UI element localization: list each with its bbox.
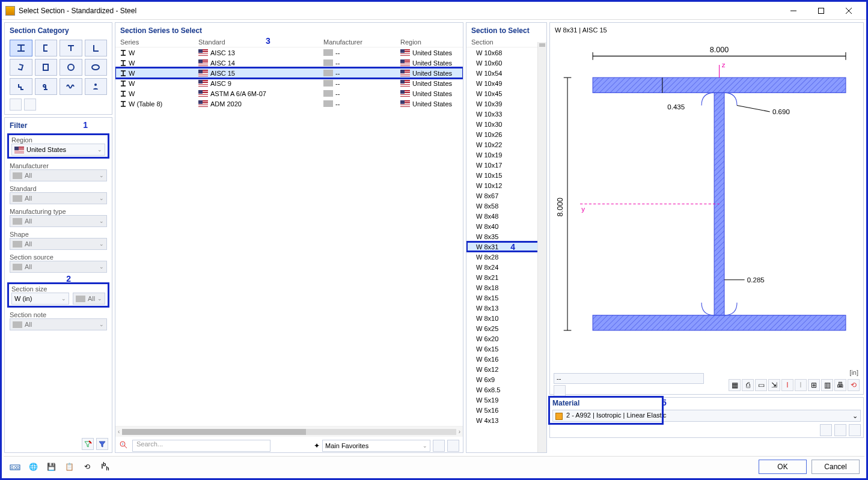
preview-tool-extra[interactable]: [554, 385, 566, 397]
section-item[interactable]: W 8x10: [466, 313, 546, 323]
series-row[interactable]: W ASTM A 6/A 6M-07 -- United States: [115, 88, 463, 99]
section-item[interactable]: W 8x48: [466, 211, 546, 221]
cat-i-shape[interactable]: [10, 40, 32, 56]
series-col-standard[interactable]: Standard: [198, 38, 323, 46]
series-row[interactable]: W AISC 9 -- United States: [115, 78, 463, 88]
section-item[interactable]: W 8x58: [466, 201, 546, 211]
pv-stress-icon[interactable]: ▭: [755, 379, 767, 391]
material-select[interactable]: 2 - A992 | Isotropic | Linear Elastic⌄: [552, 410, 861, 422]
section-item[interactable]: W 6x25: [466, 323, 546, 333]
sb-clipboard-icon[interactable]: 📋: [63, 460, 76, 473]
ok-button[interactable]: OK: [759, 460, 807, 474]
section-item[interactable]: W 5x16: [466, 405, 546, 415]
series-row[interactable]: W AISC 14 -- United States: [115, 58, 463, 68]
series-row[interactable]: W AISC 13 -- United States: [115, 47, 463, 58]
cat-extra-2[interactable]: [24, 99, 36, 111]
section-item[interactable]: W 6x15: [466, 344, 546, 354]
pv-ishape-gray-icon[interactable]: I: [795, 379, 807, 391]
section-item[interactable]: W 8x13: [466, 303, 546, 313]
section-item[interactable]: W 8x314: [466, 242, 546, 252]
cat-t-shape[interactable]: [60, 40, 82, 56]
cat-person-shape[interactable]: [85, 78, 108, 95]
source-select[interactable]: All⌄: [10, 261, 107, 273]
shape-select[interactable]: All⌄: [10, 238, 107, 250]
section-item[interactable]: W 10x22: [466, 139, 546, 150]
standard-select[interactable]: All⌄: [10, 192, 107, 204]
sb-globe-icon[interactable]: 🌐: [26, 460, 40, 473]
section-col-header[interactable]: Section: [466, 37, 546, 47]
preview-display-select[interactable]: --: [554, 373, 704, 384]
series-col-manufacturer[interactable]: Manufacturer: [323, 38, 400, 46]
cat-l-shape[interactable]: [85, 40, 108, 56]
maximize-button[interactable]: [807, 2, 835, 19]
note-select[interactable]: All⌄: [10, 318, 107, 330]
sb-save-icon[interactable]: 💾: [44, 460, 58, 473]
cat-extra-1[interactable]: [10, 99, 22, 111]
cat-c-shape[interactable]: [35, 40, 58, 56]
section-item[interactable]: W 8x21: [466, 272, 546, 282]
pv-reset-icon[interactable]: ⟲: [848, 379, 860, 391]
section-item[interactable]: W 10x30: [466, 119, 546, 129]
section-item[interactable]: W 8x15: [466, 293, 546, 303]
section-item[interactable]: W 8x35: [466, 231, 546, 242]
section-item[interactable]: W 8x18: [466, 282, 546, 293]
section-item[interactable]: W 4x13: [466, 415, 546, 425]
pv-show-values-icon[interactable]: ▦: [729, 379, 741, 391]
size-all-select[interactable]: All⌄: [73, 293, 105, 305]
section-item[interactable]: W 8x67: [466, 190, 546, 201]
material-new-icon[interactable]: [834, 424, 846, 436]
filter-apply-icon[interactable]: [96, 438, 108, 450]
section-item[interactable]: W 8x24: [466, 262, 546, 272]
section-item[interactable]: W 6x16: [466, 354, 546, 364]
section-item[interactable]: W 10x19: [466, 150, 546, 160]
material-edit-icon[interactable]: [849, 424, 861, 436]
filter-clear-icon[interactable]: [82, 438, 94, 450]
size-select[interactable]: W (in)⌄: [11, 293, 69, 305]
section-item[interactable]: W 10x17: [466, 160, 546, 170]
section-item[interactable]: W 10x15: [466, 170, 546, 180]
series-hscroll[interactable]: ‹›: [115, 426, 463, 437]
cat-z-shape[interactable]: [10, 59, 32, 76]
section-item[interactable]: W 10x45: [466, 88, 546, 99]
cat-corrugated-shape[interactable]: [60, 78, 82, 95]
series-row[interactable]: W (Table 8) ADM 2020 -- United States: [115, 99, 463, 109]
sb-units-icon[interactable]: 0.00: [8, 460, 22, 473]
cancel-button[interactable]: Cancel: [811, 460, 860, 474]
region-select[interactable]: United States⌄: [11, 144, 105, 156]
minimize-button[interactable]: [780, 2, 807, 19]
fav-manage-icon[interactable]: [447, 440, 459, 452]
section-item[interactable]: W 10x33: [466, 109, 546, 119]
section-item[interactable]: W 5x19: [466, 395, 546, 405]
cat-box-shape[interactable]: [35, 59, 58, 76]
pv-axes-icon[interactable]: ⇲: [768, 379, 780, 391]
series-col-series[interactable]: Series: [120, 38, 198, 46]
section-item[interactable]: W 10x12: [466, 180, 546, 190]
section-item[interactable]: W 6x9: [466, 374, 546, 384]
cat-crank-shape[interactable]: [10, 78, 32, 95]
series-col-region[interactable]: Region: [400, 38, 458, 46]
search-input[interactable]: Search...: [132, 440, 270, 452]
section-item[interactable]: W 10x39: [466, 99, 546, 109]
sb-link-icon[interactable]: ⟲: [81, 460, 94, 473]
section-item[interactable]: W 8x28: [466, 252, 546, 262]
section-item[interactable]: W 10x54: [466, 68, 546, 78]
close-button[interactable]: [835, 2, 863, 19]
pv-dims-icon[interactable]: ⊞: [808, 379, 820, 391]
pv-print-icon[interactable]: ⎙: [742, 379, 754, 391]
section-item[interactable]: W 10x68: [466, 47, 546, 58]
section-item[interactable]: W 10x49: [466, 78, 546, 88]
mtype-select[interactable]: All⌄: [10, 215, 107, 227]
manufacturer-select[interactable]: All⌄: [10, 169, 107, 181]
cat-oval-shape[interactable]: [85, 59, 108, 76]
sb-ibh-icon[interactable]: Ibh: [99, 460, 112, 473]
favorites-select[interactable]: Main Favorites⌄: [322, 440, 430, 452]
section-item[interactable]: W 10x26: [466, 129, 546, 139]
series-row[interactable]: W AISC 15 -- United States: [115, 68, 463, 78]
section-item[interactable]: W 8x40: [466, 221, 546, 231]
material-library-icon[interactable]: [820, 424, 832, 436]
fav-add-icon[interactable]: [433, 440, 445, 452]
section-item[interactable]: W 10x60: [466, 58, 546, 68]
section-item[interactable]: W 6x8.5: [466, 384, 546, 395]
cat-rail-shape[interactable]: [35, 78, 58, 95]
section-item[interactable]: W 6x12: [466, 364, 546, 374]
